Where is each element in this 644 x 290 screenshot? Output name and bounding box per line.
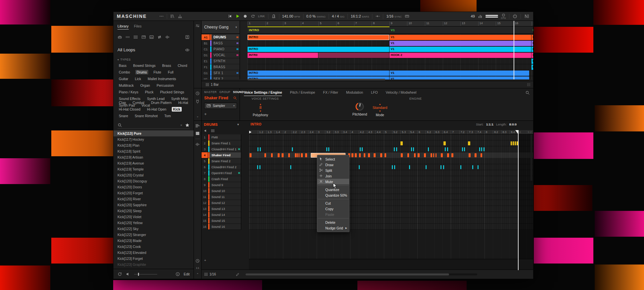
menu-item-nudge-grid[interactable]: Nudge Grid▶ <box>317 225 349 231</box>
note[interactable] <box>392 165 393 169</box>
note[interactable] <box>299 153 299 157</box>
sound-row[interactable]: 9Sound 9 <box>202 182 241 188</box>
list-item[interactable]: Kick[113] Pure <box>114 130 194 136</box>
list-item[interactable]: Kick[120] Sapphire <box>114 202 194 208</box>
step-up-icon[interactable]: ▲ <box>259 103 262 105</box>
start-value[interactable]: 1:1:1 <box>486 122 493 126</box>
sound-row[interactable]: 10Sound 10 <box>202 188 241 194</box>
sound-name[interactable]: Shaker Fired <box>204 96 228 100</box>
mixer-io-button[interactable] <box>178 14 182 19</box>
arranger-clip[interactable]: INTR0 <box>248 53 318 58</box>
sound-row[interactable]: 15Sound 15 <box>202 218 241 224</box>
play-button[interactable] <box>235 14 240 19</box>
note[interactable] <box>400 141 403 145</box>
note[interactable] <box>359 153 361 157</box>
subtype-tag[interactable]: Hi-Hat Closed <box>117 107 142 112</box>
automation-clock-icon[interactable] <box>195 91 200 96</box>
note[interactable] <box>462 147 463 151</box>
note[interactable] <box>385 153 387 157</box>
tempo-display[interactable]: 141.00BPM <box>282 14 300 18</box>
arranger-timeline[interactable]: 1234567891011121314151617 <box>248 21 533 26</box>
track-row[interactable]: G1SFX 1 <box>202 70 240 76</box>
section-label[interactable]: INTRO <box>249 28 259 32</box>
menu-item-copy[interactable]: Copy <box>317 206 349 212</box>
page-tab[interactable]: FX / Filter <box>323 90 338 96</box>
note[interactable] <box>260 147 261 151</box>
note[interactable] <box>295 153 297 157</box>
list-item[interactable]: Kick[117] Hockey <box>114 136 194 142</box>
list-item[interactable]: Kick[123] Graphite <box>114 262 194 267</box>
pattern-timeline[interactable]: 1.21.31.422.22.32.433.23.33.444.24.34.45… <box>249 130 533 134</box>
type-tag[interactable]: Multitrack <box>117 83 135 88</box>
follow-playhead-button[interactable] <box>375 14 380 19</box>
prehear-icon[interactable] <box>126 272 130 276</box>
arranger-clip[interactable]: INTRO <box>248 47 389 52</box>
type-tag[interactable]: Piano / Keys <box>117 90 140 94</box>
note[interactable] <box>278 153 280 157</box>
sounds-filter-icon[interactable] <box>133 35 138 39</box>
note[interactable] <box>351 153 353 157</box>
draw-mode-icon[interactable] <box>236 272 240 276</box>
arranger-clip[interactable]: INTRO <box>248 71 389 76</box>
note[interactable] <box>328 147 329 151</box>
note[interactable] <box>380 153 382 157</box>
pattern-group-selector[interactable]: DRUMS▾ <box>202 121 241 128</box>
type-tag[interactable]: Percussion <box>155 83 175 88</box>
arranger-section-row[interactable]: INTROV1BRIDGE <box>248 26 533 34</box>
effects-filter-icon[interactable]: FX <box>149 35 154 39</box>
list-item[interactable]: Kick[119] Avenue <box>114 160 194 166</box>
mode-param[interactable]: ▲ Standard ▼ Mode <box>369 103 391 117</box>
list-item[interactable]: Kick[119] Temple <box>114 166 194 172</box>
type-tag[interactable]: Full <box>166 70 175 74</box>
type-tag[interactable]: Chord <box>176 63 189 68</box>
page-tab[interactable]: Voice Settings / Engine <box>244 90 282 96</box>
arrange-view-icon[interactable] <box>195 123 200 128</box>
library-search[interactable]: × <box>117 121 190 129</box>
note[interactable] <box>515 141 516 145</box>
eye-icon[interactable] <box>185 48 190 52</box>
arranger-clip[interactable]: V1 <box>390 35 531 40</box>
note[interactable] <box>282 153 284 157</box>
type-tag[interactable]: Bass <box>117 63 128 68</box>
record-automation-icon[interactable] <box>195 259 200 263</box>
note[interactable] <box>424 153 426 157</box>
menu-item-join[interactable]: Join <box>317 173 349 179</box>
plugin-icon[interactable] <box>195 99 200 104</box>
level-tab-master[interactable]: MASTER <box>204 90 217 94</box>
pitchbend-knob[interactable] <box>355 102 365 112</box>
resize-handle-icon[interactable] <box>527 83 530 86</box>
list-item[interactable]: Kick[120] River <box>114 196 194 202</box>
list-item[interactable]: Kick[122] Stranger <box>114 232 194 238</box>
arranger-clip[interactable]: BRIDGE <box>531 65 533 70</box>
type-tag[interactable]: Plucked Strings <box>159 90 186 94</box>
more-menu-button[interactable] <box>159 14 164 19</box>
arranger-clip[interactable]: V1 <box>390 71 529 76</box>
arranger-clip[interactable]: V1 <box>390 47 531 52</box>
track-row[interactable]: E1SYNTH <box>202 58 240 64</box>
arranger-clip[interactable]: BRIDGE <box>531 59 533 64</box>
note[interactable] <box>394 147 395 151</box>
sample-view-icon[interactable] <box>195 142 200 147</box>
add-sound-button[interactable]: + <box>204 259 206 262</box>
note[interactable] <box>445 147 446 151</box>
note[interactable] <box>440 165 441 169</box>
group-name[interactable]: Cheesy Gang <box>204 25 228 29</box>
type-tag[interactable]: Bowed Strings <box>132 63 157 68</box>
step-up-icon[interactable]: ▲ <box>379 103 381 105</box>
sound-row[interactable]: 14Sound 14 <box>202 212 241 218</box>
sound-row[interactable]: 6ClosedHH Fired 2 <box>202 164 241 170</box>
prehear-volume-slider[interactable] <box>134 272 157 276</box>
favorites-icon[interactable] <box>185 123 190 127</box>
arranger-clip[interactable]: BRIDGE <box>531 35 533 40</box>
sound-row[interactable]: 1FM8 <box>202 134 241 140</box>
list-item[interactable]: Kick[120] Yellow <box>114 220 194 226</box>
note[interactable] <box>301 153 303 157</box>
arranger-clip[interactable]: BRIDGE <box>531 53 533 58</box>
library-tab-files[interactable]: Files <box>134 24 142 29</box>
list-item[interactable]: Kick[123] Forget <box>114 256 194 262</box>
subtype-tag[interactable]: Cymbal <box>131 100 146 105</box>
note[interactable] <box>426 165 427 169</box>
metronome-button[interactable] <box>271 14 276 19</box>
arranger-hscrollbar[interactable] <box>248 79 385 80</box>
arranger-clip[interactable]: BRIDGE <box>531 41 533 46</box>
